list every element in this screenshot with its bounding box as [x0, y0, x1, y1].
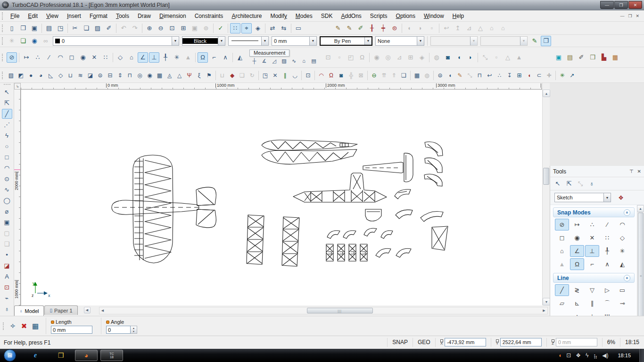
- scroll-right-icon[interactable]: ▶: [541, 307, 547, 314]
- snap-tangent-icon[interactable]: ∠: [570, 245, 584, 257]
- snap-center-icon[interactable]: ◉: [570, 232, 584, 244]
- part-tailplane-assembly[interactable]: [293, 173, 387, 202]
- handle-box-icon[interactable]: ⊡: [303, 70, 313, 81]
- section-horizontal-icon[interactable]: ╂: [367, 23, 377, 33]
- chart-tool-icon[interactable]: ▙: [599, 52, 609, 63]
- menu-addons[interactable]: AddOns: [337, 11, 365, 21]
- no-snap-icon[interactable]: ⊘: [555, 219, 569, 230]
- minimize-button[interactable]: —: [600, 1, 614, 9]
- edit-pen-icon[interactable]: ✎: [529, 36, 540, 46]
- snap-all-icon[interactable]: ✳: [615, 245, 629, 257]
- color-select[interactable]: Black ▼: [182, 36, 225, 46]
- scroll-up-icon[interactable]: ▲: [543, 90, 550, 97]
- doc-import-icon[interactable]: ⇆: [279, 23, 289, 33]
- snap-3d-mode-icon[interactable]: ◭: [615, 258, 629, 270]
- snap-point-icon[interactable]: ↦: [570, 219, 584, 230]
- menu-format[interactable]: Format: [85, 11, 112, 21]
- menu-file[interactable]: File: [6, 11, 24, 21]
- snap-face-icon[interactable]: ⌂: [555, 245, 569, 257]
- part-triangle[interactable]: [432, 226, 448, 250]
- draft-pen-1-icon[interactable]: ✎: [333, 23, 343, 33]
- snap-nearest-icon[interactable]: ◇: [615, 232, 629, 244]
- snap-quadrant-icon[interactable]: ◻: [66, 52, 77, 63]
- tri-mesh-icon[interactable]: ◬: [165, 70, 174, 81]
- lock-icon[interactable]: [106, 321, 109, 324]
- snap-angle-icon[interactable]: ∧: [600, 258, 614, 270]
- magnetic-point-icon[interactable]: Ω: [198, 52, 208, 63]
- prism-icon[interactable]: ◇: [56, 70, 66, 81]
- menu-architecture[interactable]: Architecture: [227, 11, 266, 21]
- snap-intersection-icon[interactable]: ✕: [585, 232, 599, 244]
- insert-block-icon[interactable]: ▣: [2, 217, 12, 227]
- ellipse-pair-icon[interactable]: ⊖: [369, 70, 379, 81]
- horizontal-scrollbar[interactable]: ◀ ||| ▶: [99, 307, 548, 314]
- menu-view[interactable]: View: [42, 11, 63, 21]
- draft-pen-2-icon[interactable]: ✎: [344, 23, 355, 33]
- format-painter-icon[interactable]: ✐: [104, 23, 114, 33]
- fillet-icon[interactable]: ◡: [290, 70, 300, 81]
- inspector-cancel-icon[interactable]: ✖: [19, 321, 29, 331]
- curve-icon[interactable]: ⊂: [534, 70, 544, 81]
- dimension-tool-icon[interactable]: ⊡: [2, 282, 12, 292]
- part-main-airplane[interactable]: [112, 155, 216, 263]
- taskbar-firefox-icon[interactable]: ◕: [75, 350, 98, 361]
- wedge-icon[interactable]: ◪: [85, 70, 95, 81]
- taskbar-ie-icon[interactable]: e: [24, 350, 47, 361]
- perpendicular-line-icon[interactable]: ⊾: [570, 297, 584, 309]
- doc-export-icon[interactable]: ⇄: [267, 23, 278, 33]
- vertical-scroll-thumb[interactable]: [543, 168, 549, 185]
- taskbar-clock[interactable]: 18:15: [613, 353, 636, 358]
- sketch-ellipse-icon[interactable]: ⌀: [2, 206, 12, 216]
- close-icon[interactable]: ✕: [637, 169, 641, 174]
- new-icon[interactable]: ▯: [7, 23, 17, 33]
- balls-icon[interactable]: ∴: [495, 70, 504, 81]
- snap-midpoint-icon[interactable]: ∕: [44, 52, 54, 63]
- polyline-icon[interactable]: ϟ: [2, 131, 12, 140]
- taskbar-explorer-icon[interactable]: ❒: [50, 350, 72, 361]
- chevron-down-icon[interactable]: ▼: [309, 37, 316, 45]
- inspector-table-icon[interactable]: ▦: [30, 321, 41, 331]
- line-width-select[interactable]: 0 mm ▼: [272, 36, 317, 46]
- open-icon[interactable]: ❒: [18, 23, 28, 33]
- text-tool-icon[interactable]: A: [2, 272, 12, 281]
- loft-icon[interactable]: ⊓: [125, 70, 135, 81]
- x-coordinate-input[interactable]: -473,92 mm: [445, 338, 486, 346]
- tray-dropbox-icon[interactable]: ❖: [576, 352, 581, 359]
- circle-tool-icon[interactable]: ○: [2, 141, 12, 151]
- maximize-button[interactable]: ❐: [614, 1, 628, 9]
- hatch-select[interactable]: None ▼: [375, 36, 424, 46]
- select-tool-icon[interactable]: ↖: [2, 87, 12, 97]
- scroll-left-icon[interactable]: ◀: [99, 307, 106, 314]
- layer-select[interactable]: 0 ▼: [53, 36, 179, 46]
- angle-spinner[interactable]: ▲▼: [131, 326, 137, 334]
- part-mini-truss-rects[interactable]: [326, 244, 367, 261]
- snap-center-icon[interactable]: ◉: [78, 52, 88, 63]
- snap-ortho-icon[interactable]: ⌐: [585, 258, 599, 270]
- coil-icon[interactable]: ≋: [75, 70, 85, 81]
- print-icon[interactable]: ▤: [44, 23, 54, 33]
- tray-power-icon[interactable]: ϟ: [586, 352, 588, 359]
- profile-icon[interactable]: ξ: [194, 70, 204, 81]
- flag-icon[interactable]: ⚑: [204, 70, 214, 81]
- menu-edit[interactable]: Edit: [24, 11, 42, 21]
- construction-line-icon[interactable]: ⋰: [2, 120, 12, 130]
- part-fuselage-side-bottom[interactable]: [262, 149, 357, 164]
- measure-coordinate-icon[interactable]: ┼: [250, 57, 259, 65]
- point-tool-icon[interactable]: •: [2, 250, 12, 260]
- dome-icon[interactable]: ◖: [445, 70, 455, 81]
- y-coordinate-input[interactable]: 2522,64 mm: [500, 338, 542, 346]
- snap-nearest-icon[interactable]: ◇: [115, 52, 125, 63]
- tab-scroll-left-icon[interactable]: ◀: [84, 307, 91, 313]
- spin-down-icon[interactable]: ▼: [131, 330, 137, 334]
- show-desktop-button[interactable]: [639, 349, 644, 362]
- bool-subtract-icon[interactable]: ◖: [454, 52, 464, 63]
- measure-hatch-icon[interactable]: ▨: [280, 57, 289, 65]
- tangent-to-arc-icon[interactable]: ⌒: [600, 297, 614, 309]
- grid-toggle-icon[interactable]: ∷: [230, 23, 240, 33]
- sphere-red-icon[interactable]: ◆: [227, 70, 237, 81]
- polyline-3d-icon[interactable]: ⌁: [2, 293, 12, 303]
- snap-face-icon[interactable]: ⌂: [126, 52, 137, 63]
- snap-quadrant-icon[interactable]: ◻: [555, 232, 569, 244]
- line-style-select[interactable]: ▼: [228, 36, 269, 46]
- z-axis-chip[interactable]: Z: [552, 339, 554, 345]
